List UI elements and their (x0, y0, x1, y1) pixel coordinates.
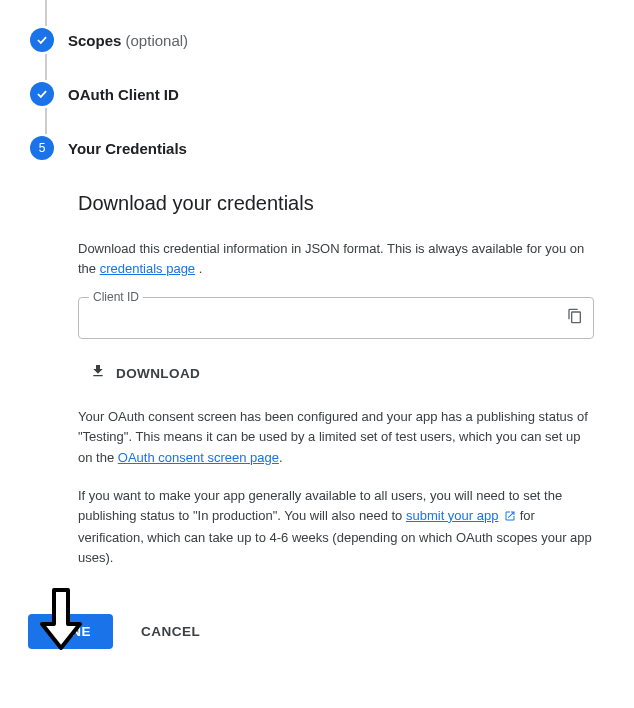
client-id-label: Client ID (89, 290, 143, 304)
step-label-text: Your Credentials (68, 140, 187, 157)
external-link-icon (504, 508, 516, 528)
stepper: Scopes (optional) OAuth Client ID 5 Your… (0, 0, 634, 162)
step-content: Download your credentials Download this … (0, 162, 634, 606)
step-oauth-client-id-label: OAuth Client ID (68, 86, 179, 103)
step-scopes[interactable]: Scopes (optional) (30, 26, 634, 54)
download-icon (90, 363, 106, 383)
step-scopes-label: Scopes (optional) (68, 32, 188, 49)
credentials-page-link[interactable]: credentials page (100, 261, 195, 276)
intro-text-post: . (199, 261, 203, 276)
done-button[interactable]: DONE (28, 614, 113, 649)
check-circle-icon (30, 28, 54, 52)
check-circle-icon (30, 82, 54, 106)
step-number: 5 (39, 141, 46, 155)
step-number-icon: 5 (30, 136, 54, 160)
actions-row: DONE CANCEL (0, 606, 634, 649)
download-label: DOWNLOAD (116, 366, 200, 381)
step-connector (45, 108, 47, 134)
production-paragraph: If you want to make your app generally a… (78, 486, 594, 569)
step-oauth-client-id[interactable]: OAuth Client ID (30, 80, 634, 108)
intro-paragraph: Download this credential information in … (78, 239, 594, 279)
step-your-credentials-label: Your Credentials (68, 140, 187, 157)
step-label-text: OAuth Client ID (68, 86, 179, 103)
consent-paragraph: Your OAuth consent screen has been confi… (78, 407, 594, 467)
step-label-text: Scopes (68, 32, 121, 49)
client-id-field: Client ID (78, 297, 594, 339)
step-optional-text: (optional) (126, 32, 189, 49)
cancel-button[interactable]: CANCEL (141, 624, 200, 639)
step-connector (45, 0, 47, 26)
submit-your-app-link[interactable]: submit your app (406, 508, 499, 523)
oauth-consent-screen-link[interactable]: OAuth consent screen page (118, 450, 279, 465)
download-button[interactable]: DOWNLOAD (90, 363, 200, 383)
step-connector (45, 54, 47, 80)
copy-icon[interactable] (567, 308, 583, 328)
step-your-credentials[interactable]: 5 Your Credentials (30, 134, 634, 162)
section-title: Download your credentials (78, 192, 594, 215)
consent-text-post: . (279, 450, 283, 465)
